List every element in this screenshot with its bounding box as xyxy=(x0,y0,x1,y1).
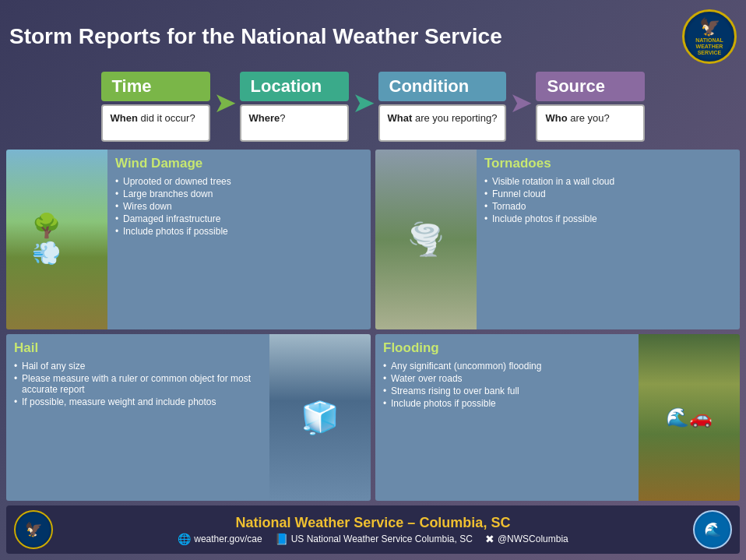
flow-box-source: Source Who are you? xyxy=(536,72,645,142)
flow-section: Time When did it occur? ➤ Location Where… xyxy=(6,69,740,145)
list-item: Include photos if possible xyxy=(115,225,363,238)
source-bold: Who xyxy=(545,112,567,124)
header: Storm Reports for the National Weather S… xyxy=(6,6,740,69)
footer-title: National Weather Service – Columbia, SC xyxy=(61,515,685,531)
location-bold: Where xyxy=(249,112,280,124)
hail-title: Hail xyxy=(14,340,262,356)
flood-image xyxy=(639,334,740,502)
footer-twitter[interactable]: ✖ @NWSColumbia xyxy=(485,533,568,545)
wind-damage-title: Wind Damage xyxy=(115,156,363,171)
tornadoes-content: Tornadoes Visible rotation in a wall clo… xyxy=(477,150,740,329)
time-text: did it occur? xyxy=(138,112,195,124)
list-item: Please measure with a ruler or common ob… xyxy=(14,372,262,396)
nws-logo-text: NATIONALWEATHERSERVICE xyxy=(695,37,723,55)
flow-box-condition: Condition What are you reporting? xyxy=(378,72,507,142)
list-item: Include photos if possible xyxy=(484,213,732,225)
nws-logo-bird: 🦅 xyxy=(699,17,720,37)
footer-logo-right: 🌊 xyxy=(693,510,732,549)
arrow-1: ➤ xyxy=(213,86,237,119)
flooding-cell: Flooding Any significant (uncommon) floo… xyxy=(375,334,740,502)
grid-section: Wind Damage Uprooted or downed trees Lar… xyxy=(6,150,740,501)
main-container: Storm Reports for the National Weather S… xyxy=(0,0,746,560)
list-item: Visible rotation in a wall cloud xyxy=(484,175,732,188)
footer-logo-left: 🦅 xyxy=(14,510,53,549)
flooding-list: Any significant (uncommon) flooding Wate… xyxy=(383,360,631,410)
time-content: When did it occur? xyxy=(101,104,210,142)
list-item: Include photos if possible xyxy=(383,397,631,410)
list-item: Any significant (uncommon) flooding xyxy=(383,360,631,372)
wind-damage-list: Uprooted or downed trees Large branches … xyxy=(115,175,363,238)
condition-label: Condition xyxy=(378,72,507,101)
time-label: Time xyxy=(101,72,210,101)
hail-content: Hail Hail of any size Please measure wit… xyxy=(6,334,269,502)
nws-logo: 🦅 NATIONALWEATHERSERVICE xyxy=(682,9,737,64)
list-item: Wires down xyxy=(115,200,363,213)
condition-bold: What xyxy=(388,112,413,124)
time-bold: When xyxy=(111,112,138,124)
footer-website[interactable]: 🌐 weather.gov/cae xyxy=(178,533,262,545)
footer-facebook[interactable]: 📘 US National Weather Service Columbia, … xyxy=(275,533,473,545)
footer-links: 🌐 weather.gov/cae 📘 US National Weather … xyxy=(61,533,685,545)
list-item: Tornado xyxy=(484,200,732,213)
footer-center: National Weather Service – Columbia, SC … xyxy=(61,515,685,545)
arrow-3: ➤ xyxy=(509,86,533,119)
facebook-icon: 📘 xyxy=(275,533,288,545)
condition-content: What are you reporting? xyxy=(378,104,507,142)
source-content: Who are you? xyxy=(536,104,645,142)
footer: 🦅 National Weather Service – Columbia, S… xyxy=(6,505,740,554)
hail-image xyxy=(269,334,371,502)
list-item: Uprooted or downed trees xyxy=(115,175,363,188)
wind-damage-content: Wind Damage Uprooted or downed trees Lar… xyxy=(107,150,371,329)
list-item: Funnel cloud xyxy=(484,188,732,200)
twitter-icon: ✖ xyxy=(485,533,494,545)
list-item: Water over roads xyxy=(383,372,631,385)
tornadoes-cell: Tornadoes Visible rotation in a wall clo… xyxy=(375,150,740,329)
location-label: Location xyxy=(240,72,349,101)
hail-list: Hail of any size Please measure with a r… xyxy=(14,360,262,408)
list-item: Hail of any size xyxy=(14,360,262,372)
location-text: ? xyxy=(280,112,285,124)
flooding-title: Flooding xyxy=(383,340,631,356)
tornadoes-title: Tornadoes xyxy=(484,156,732,171)
noaa-logo-icon: 🌊 xyxy=(704,521,721,538)
list-item: Large branches down xyxy=(115,188,363,200)
source-label: Source xyxy=(536,72,645,101)
footer-facebook-text: US National Weather Service Columbia, SC xyxy=(291,534,473,544)
list-item: Damaged infrastructure xyxy=(115,213,363,225)
tornadoes-list: Visible rotation in a wall cloud Funnel … xyxy=(484,175,732,225)
arrow-2: ➤ xyxy=(352,86,375,119)
location-content: Where? xyxy=(240,104,349,142)
footer-logo-left-icon: 🦅 xyxy=(25,521,42,538)
wind-damage-image xyxy=(6,150,107,329)
source-text: are you? xyxy=(568,112,610,124)
list-item: If possible, measure weight and include … xyxy=(14,396,262,408)
footer-website-text: weather.gov/cae xyxy=(194,534,262,544)
page-title: Storm Reports for the National Weather S… xyxy=(9,24,502,49)
list-item: Streams rising to over bank full xyxy=(383,385,631,397)
hail-cell: Hail Hail of any size Please measure wit… xyxy=(6,334,371,502)
condition-text: are you reporting? xyxy=(412,112,497,124)
globe-icon: 🌐 xyxy=(178,533,191,545)
wind-damage-cell: Wind Damage Uprooted or downed trees Lar… xyxy=(6,150,371,329)
flow-box-location: Location Where? xyxy=(240,72,349,142)
footer-twitter-text: @NWSColumbia xyxy=(498,534,568,544)
flooding-content: Flooding Any significant (uncommon) floo… xyxy=(375,334,639,502)
flow-box-time: Time When did it occur? xyxy=(101,72,210,142)
tornado-image xyxy=(375,150,477,329)
